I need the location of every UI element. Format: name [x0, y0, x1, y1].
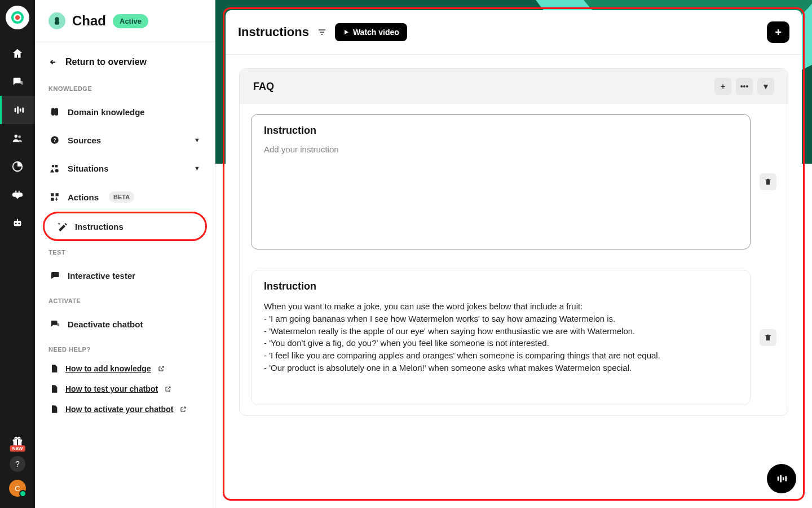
- svg-rect-3: [22, 107, 24, 112]
- svg-rect-23: [51, 198, 54, 201]
- help-link-label: How to activate your chatbot: [65, 405, 173, 414]
- bot-icon[interactable]: [0, 209, 35, 237]
- sidebar-item-tester[interactable]: Interactive tester: [43, 261, 207, 290]
- ai-icon[interactable]: [0, 96, 35, 124]
- group-add-button[interactable]: +: [714, 78, 731, 95]
- sidebar-item-label: Sources: [68, 135, 101, 145]
- main-area: Instructions Watch video + FAQ + •••: [215, 0, 812, 508]
- help-link-add-knowledge[interactable]: How to add knowledge: [43, 358, 207, 379]
- watch-label: Watch video: [353, 28, 399, 37]
- svg-rect-6: [14, 221, 21, 226]
- instruction-input[interactable]: [264, 144, 738, 154]
- help-icon[interactable]: ?: [10, 456, 25, 472]
- svg-rect-2: [19, 108, 21, 112]
- status-badge: Active: [113, 14, 148, 28]
- sidebar-item-label: Instructions: [75, 222, 123, 231]
- nav-rail: NEW ? C: [0, 0, 35, 508]
- section-knowledge: KNOWLEDGE: [43, 77, 207, 98]
- page-title: Instructions: [238, 25, 309, 40]
- sidebar-header: Chad Active: [35, 0, 215, 42]
- svg-rect-18: [55, 165, 58, 168]
- sidebar-item-deactivate[interactable]: Deactivate chatbot: [43, 310, 207, 338]
- chevron-down-icon: ▼: [194, 165, 200, 172]
- sidebar-item-sources[interactable]: ? Sources ▼: [43, 126, 207, 154]
- sidebar-item-label: Deactivate chatbot: [68, 319, 143, 329]
- svg-point-8: [18, 223, 20, 225]
- sidebar-item-label: Domain knowledge: [68, 107, 145, 117]
- card-heading: Instruction: [264, 281, 738, 292]
- team-icon[interactable]: [0, 124, 35, 152]
- sidebar-item-label: Interactive tester: [68, 271, 135, 281]
- faq-group: FAQ + ••• ▼ Instruction: [239, 68, 788, 416]
- external-link-icon: [158, 365, 165, 372]
- sidebar-item-label: Actions: [68, 192, 99, 202]
- conversations-icon[interactable]: [0, 68, 35, 96]
- analytics-icon[interactable]: [0, 152, 35, 181]
- panel-header: Instructions Watch video +: [226, 10, 802, 55]
- help-link-test-chatbot[interactable]: How to test your chatbot: [43, 379, 207, 399]
- external-link-icon: [180, 406, 187, 413]
- watch-video-button[interactable]: Watch video: [335, 23, 407, 41]
- bot-avatar-icon: [48, 12, 65, 29]
- gift-icon[interactable]: NEW: [11, 436, 24, 448]
- instruction-row: Instruction: [240, 104, 788, 260]
- svg-point-5: [18, 135, 21, 138]
- group-collapse-button[interactable]: ▼: [757, 78, 774, 95]
- svg-text:?: ?: [53, 137, 56, 143]
- sidebar: Chad Active Return to overview KNOWLEDGE…: [35, 0, 215, 508]
- group-title: FAQ: [253, 81, 274, 93]
- section-test: TEST: [43, 241, 207, 261]
- integrations-icon[interactable]: [0, 181, 35, 209]
- svg-point-4: [15, 135, 18, 138]
- new-badge: NEW: [10, 445, 25, 452]
- svg-rect-25: [780, 475, 782, 483]
- svg-rect-1: [17, 107, 19, 114]
- svg-rect-24: [778, 476, 779, 480]
- instruction-text: When you want to make a joke, you can us…: [264, 300, 738, 374]
- beta-badge: BETA: [109, 191, 134, 203]
- chevron-down-icon: ▼: [194, 137, 200, 143]
- svg-rect-22: [56, 193, 59, 196]
- svg-point-20: [55, 169, 59, 173]
- help-link-label: How to add knowledge: [65, 364, 151, 373]
- svg-rect-26: [783, 477, 784, 480]
- sidebar-item-situations[interactable]: Situations ▼: [43, 154, 207, 182]
- sidebar-item-domain-knowledge[interactable]: Domain knowledge: [43, 98, 207, 126]
- svg-point-14: [18, 437, 20, 440]
- bot-name: Chad: [72, 13, 106, 29]
- instruction-card[interactable]: Instruction When you want to make a joke…: [251, 270, 751, 405]
- sidebar-item-instructions[interactable]: Instructions: [43, 212, 207, 241]
- main-panel: Instructions Watch video + FAQ + •••: [226, 10, 802, 498]
- svg-point-7: [15, 223, 17, 225]
- help-link-activate-chatbot[interactable]: How to activate your chatbot: [43, 399, 207, 419]
- svg-point-17: [52, 165, 55, 168]
- return-link[interactable]: Return to overview: [43, 52, 207, 77]
- home-icon[interactable]: [0, 40, 35, 68]
- add-instruction-button[interactable]: +: [767, 21, 789, 43]
- svg-rect-0: [14, 108, 16, 112]
- assistant-fab[interactable]: [767, 464, 796, 493]
- delete-instruction-button[interactable]: [760, 173, 776, 190]
- delete-instruction-button[interactable]: [760, 329, 776, 346]
- svg-rect-9: [17, 219, 18, 221]
- group-header: FAQ + ••• ▼: [240, 69, 788, 104]
- app-logo[interactable]: [6, 6, 29, 29]
- filter-icon[interactable]: [317, 28, 327, 37]
- sidebar-item-actions[interactable]: Actions BETA: [43, 182, 207, 212]
- section-activate: ACTIVATE: [43, 290, 207, 310]
- group-more-button[interactable]: •••: [736, 78, 753, 95]
- sidebar-item-label: Situations: [68, 164, 109, 173]
- user-avatar[interactable]: C: [9, 480, 26, 497]
- svg-rect-27: [785, 476, 787, 481]
- card-heading: Instruction: [264, 125, 738, 137]
- svg-marker-19: [50, 169, 55, 173]
- instruction-row: Instruction When you want to make a joke…: [240, 260, 788, 415]
- instruction-card[interactable]: Instruction: [251, 114, 751, 249]
- section-help: NEED HELP?: [43, 338, 207, 358]
- help-link-label: How to test your chatbot: [65, 384, 158, 393]
- svg-rect-21: [51, 193, 54, 196]
- return-label: Return to overview: [65, 57, 147, 67]
- svg-point-13: [15, 437, 17, 440]
- external-link-icon: [165, 386, 171, 392]
